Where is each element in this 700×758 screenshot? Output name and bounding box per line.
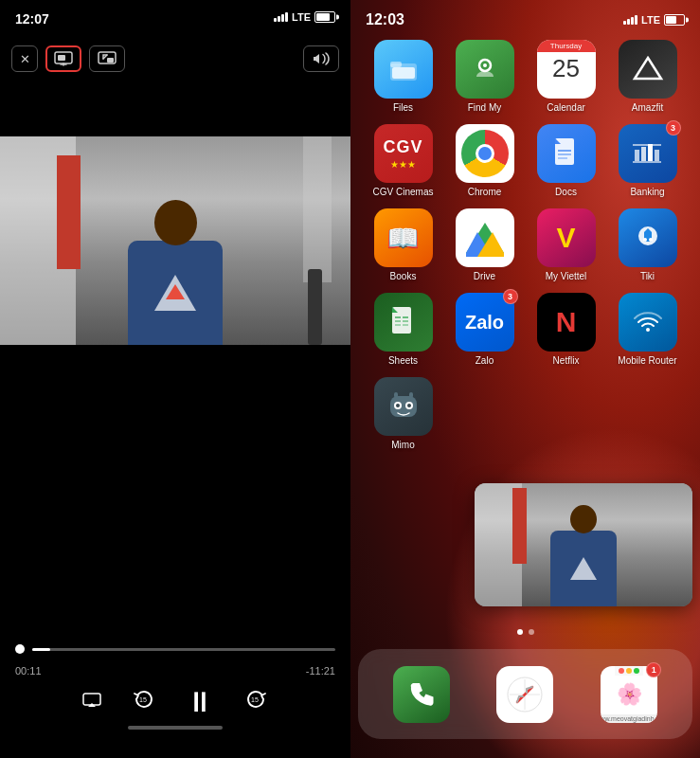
app-item-amazfit[interactable]: Amazfit [611, 40, 685, 113]
shirt-design [154, 275, 196, 311]
volume-icon [313, 52, 330, 65]
bar1 [274, 18, 277, 22]
files-icon [388, 56, 419, 82]
pip-person [541, 502, 626, 606]
video-content [0, 136, 350, 345]
app-icon-zalo: Zalo 3 [456, 293, 514, 352]
progress-container [15, 644, 335, 654]
bar2 [278, 16, 280, 22]
docs-icon-svg [551, 136, 582, 171]
drive-icon-svg [464, 219, 506, 257]
app-icon-mobile-router [619, 293, 677, 352]
dock-item-phone[interactable] [393, 666, 450, 723]
person-figure [109, 195, 242, 345]
app-label-amazfit: Amazfit [632, 102, 663, 113]
app-item-banking[interactable]: 3 Banking [611, 124, 685, 197]
app-item-drive[interactable]: Drive [448, 208, 522, 281]
pip-shirt-design [570, 557, 597, 580]
left-panel: 12:07 LTE ✕ [0, 0, 350, 758]
app-item-calendar[interactable]: Thursday 25 Calendar [529, 40, 603, 113]
time-row: 00:11 -11:21 [15, 665, 335, 677]
svg-rect-14 [558, 153, 571, 155]
airplay-button[interactable] [81, 692, 102, 713]
app-item-sheets[interactable]: Sheets [367, 293, 440, 366]
app-item-mobile-router[interactable]: Mobile Router [611, 293, 685, 366]
app-item-netflix[interactable]: N Netflix [529, 293, 603, 366]
tiki-inner [631, 221, 665, 255]
app-item-books[interactable]: 📖 Books [367, 208, 440, 281]
volume-button[interactable] [303, 45, 339, 72]
findmy-icon-svg [468, 52, 502, 86]
netflix-n-icon: N [556, 306, 577, 338]
dock-item-safari[interactable] [496, 666, 553, 723]
app-item-chrome[interactable]: Chrome [448, 124, 522, 197]
svg-point-11 [483, 63, 487, 67]
app-icon-findmy [456, 40, 514, 99]
rbar3 [631, 17, 634, 25]
pip-body [550, 531, 617, 606]
pip-icon [98, 51, 117, 66]
dock-item-website[interactable]: 🌸 www.meovatgiadinh.vn 1 [601, 666, 657, 723]
app-item-zalo[interactable]: Zalo 3 Zalo [448, 293, 522, 366]
svg-text:15: 15 [251, 696, 259, 703]
close-dot [619, 668, 624, 674]
mic-stand [308, 269, 322, 345]
tiki-svg [631, 221, 665, 255]
app-item-findmy[interactable]: Find My [448, 40, 522, 113]
svg-rect-20 [633, 161, 661, 163]
rewind-icon: 15 [131, 686, 157, 713]
banking-badge: 3 [666, 120, 681, 135]
progress-fill [32, 648, 50, 651]
app-icon-docs [537, 124, 596, 183]
svg-rect-26 [395, 316, 401, 318]
svg-rect-21 [633, 144, 661, 146]
pip-video[interactable] [475, 483, 692, 606]
app-label-mobile-router: Mobile Router [618, 355, 676, 366]
rewind-button[interactable]: 15 [131, 686, 157, 718]
forward-button[interactable]: 15 [242, 686, 269, 718]
zalo-badge: 3 [503, 289, 518, 304]
svg-rect-15 [558, 157, 567, 159]
pip-button[interactable] [89, 45, 125, 72]
app-label-myviettel: My Viettel [546, 271, 587, 281]
app-icon-chrome [456, 124, 514, 183]
cgv-inner: CGV ★★★ [374, 124, 433, 183]
app-item-mimo[interactable]: Mimo [367, 377, 440, 450]
app-item-files[interactable]: Files [367, 40, 440, 113]
signal-bars-right [623, 15, 637, 25]
screen-mirror-button[interactable] [45, 45, 81, 72]
lte-right: LTE [641, 14, 660, 26]
app-icon-cgv: CGV ★★★ [374, 124, 433, 183]
phone-icon [406, 679, 437, 710]
svg-rect-3 [107, 58, 114, 63]
svg-point-23 [643, 238, 647, 242]
svg-rect-16 [635, 150, 639, 161]
app-item-cgv[interactable]: CGV ★★★ CGV Cinemas [367, 124, 440, 197]
app-item-docs[interactable]: Docs [529, 124, 603, 197]
svg-rect-17 [641, 147, 646, 161]
pip-inner [475, 483, 692, 606]
page-dots [517, 629, 534, 635]
app-label-calendar: Calendar [547, 102, 585, 113]
calendar-num: 25 [552, 56, 580, 81]
app-label-books: Books [390, 271, 417, 281]
page-dot-2[interactable] [529, 629, 534, 635]
pip-red [512, 488, 527, 564]
page-dot-1[interactable] [517, 629, 523, 635]
app-icon-calendar: Thursday 25 [537, 40, 596, 99]
sheets-svg [388, 305, 419, 339]
red-panel [57, 155, 81, 269]
app-item-tiki[interactable]: Tiki [611, 208, 685, 281]
calendar-date: Thursday 25 [537, 40, 596, 99]
progress-track[interactable] [32, 648, 335, 651]
app-label-mimo: Mimo [391, 440, 414, 450]
books-icon-emoji: 📖 [386, 223, 420, 254]
progress-handle[interactable] [15, 644, 25, 654]
app-item-myviettel[interactable]: V My Viettel [529, 208, 603, 281]
play-pause-button[interactable]: ⏸ [186, 686, 214, 718]
right-time: 12:03 [366, 11, 404, 28]
close-button[interactable]: ✕ [11, 45, 38, 72]
viettel-v-icon: V [556, 222, 575, 254]
app-label-sheets: Sheets [388, 355, 418, 366]
website-header [615, 666, 643, 676]
